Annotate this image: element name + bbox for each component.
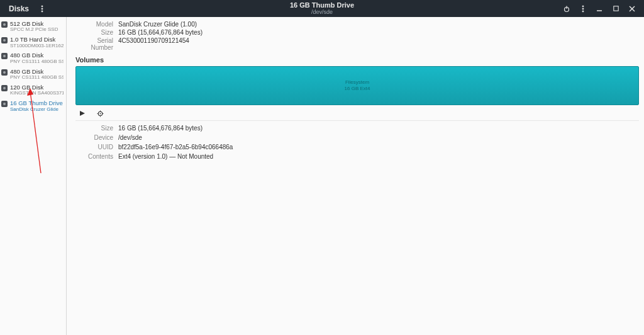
sidebar-disk-item[interactable]: 512 GB DiskSPCC M.2 PCIe SSD [0, 20, 66, 35]
vol-device-value: /dev/sde [118, 134, 639, 141]
vol-device-label: Device [75, 134, 113, 141]
header-subtitle: /dev/sde [290, 9, 354, 16]
size-label: Size [75, 29, 113, 36]
disk-model: SPCC M.2 PCIe SSD [10, 27, 58, 33]
power-icon[interactable] [561, 3, 572, 14]
minimize-icon[interactable] [594, 3, 605, 14]
serial-value: 4C530001190709121454 [118, 37, 639, 51]
svg-point-6 [582, 8, 584, 9]
vol-size-value: 16 GB (15,664,676,864 bytes) [118, 125, 639, 132]
model-value: SanDisk Cruzer Glide (1.00) [118, 21, 639, 28]
svg-marker-12 [80, 111, 85, 116]
sidebar-disk-item[interactable]: 480 GB DiskPNY CS1311 480GB SSD [0, 51, 66, 67]
size-value: 16 GB (15,664,676,864 bytes) [118, 29, 639, 36]
svg-point-0 [42, 6, 43, 7]
disk-icon [1, 85, 8, 91]
svg-point-7 [582, 11, 584, 12]
sidebar-disk-item[interactable]: 120 GB DiskKINGSTON SA400S37120G [0, 83, 66, 99]
sidebar-disk-item[interactable]: 1.0 TB Hard DiskST1000DM003-1ER162 [0, 35, 66, 51]
volume-toolbar [75, 105, 639, 121]
vol-uuid-value: bf22df5a-16e9-4f67-b2a5-6b94c066486a [118, 144, 639, 150]
disk-icon [1, 69, 8, 76]
close-icon[interactable] [626, 3, 638, 14]
maximize-icon[interactable] [610, 3, 621, 14]
disk-icon [1, 37, 8, 43]
disk-model: ST1000DM003-1ER162 [10, 43, 64, 49]
disk-icon [1, 101, 8, 107]
header-center: 16 GB Thumb Drive /dev/sde [290, 1, 354, 16]
svg-point-1 [42, 8, 43, 9]
disk-model: PNY CS1311 480GB SSD [10, 75, 64, 81]
disk-model: KINGSTON SA400S37120G [10, 91, 64, 96]
volume-partition[interactable]: Filesystem 16 GB Ext4 [75, 66, 639, 105]
mount-play-icon[interactable] [78, 109, 87, 118]
serial-label: Serial Number [75, 37, 113, 51]
disk-model: PNY CS1311 480GB SSD [10, 59, 64, 65]
main-content: Model SanDisk Cruzer Glide (1.00) Size 1… [67, 17, 644, 335]
sidebar-disk-item[interactable]: 480 GB DiskPNY CS1311 480GB SSD [0, 67, 66, 83]
disk-icon [1, 21, 8, 28]
model-label: Model [75, 21, 113, 28]
drive-menu-icon[interactable] [577, 3, 589, 14]
app-menu-icon[interactable] [36, 3, 48, 14]
vol-size-label: Size [75, 125, 113, 132]
titlebar: Disks 16 GB Thumb Drive /dev/sde [0, 0, 644, 17]
sidebar-disk-item[interactable]: 16 GB Thumb DriveSanDisk Cruzer Glide [0, 99, 66, 115]
volume-label: Filesystem 16 GB Ext4 [345, 79, 370, 91]
svg-point-5 [582, 6, 584, 7]
svg-point-14 [99, 113, 101, 114]
svg-rect-9 [613, 6, 618, 11]
disk-model: SanDisk Cruzer Glide [10, 107, 63, 113]
vol-contents-label: Contents [75, 153, 113, 160]
sidebar: 512 GB DiskSPCC M.2 PCIe SSD1.0 TB Hard … [0, 17, 67, 335]
vol-contents-value: Ext4 (version 1.0) — Not Mounted [118, 153, 639, 160]
svg-point-2 [42, 11, 43, 12]
app-title: Disks [9, 4, 29, 13]
disk-icon [1, 53, 8, 59]
volume-settings-gear-icon[interactable] [96, 109, 104, 118]
volumes-heading: Volumes [75, 56, 639, 64]
vol-uuid-label: UUID [75, 144, 113, 150]
